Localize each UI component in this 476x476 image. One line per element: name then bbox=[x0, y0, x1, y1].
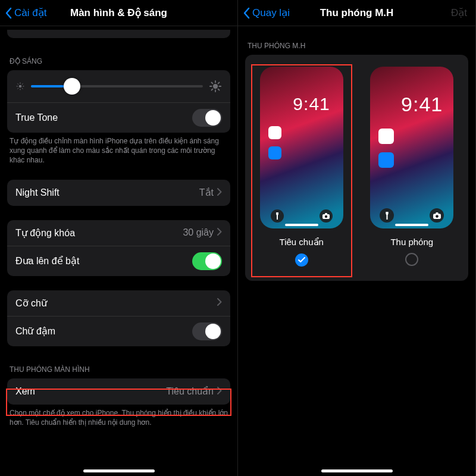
svg-point-0 bbox=[19, 85, 22, 88]
svg-line-5 bbox=[18, 84, 18, 84]
camera-icon bbox=[320, 209, 333, 223]
previous-group-peek bbox=[7, 30, 230, 38]
zoom-option-zoomed[interactable]: 9:41 bbox=[361, 67, 464, 267]
preview-dock bbox=[380, 208, 444, 223]
truetone-toggle[interactable] bbox=[192, 109, 222, 127]
chevron-right-icon bbox=[217, 386, 222, 397]
screen-display-brightness: Cài đặt Màn hình & Độ sáng ĐỘ SÁNG bbox=[0, 0, 238, 476]
nav-title: Thu phóng M.H bbox=[320, 7, 394, 19]
truetone-footer: Tự động điều chỉnh màn hình iPhone dựa t… bbox=[0, 133, 237, 165]
autolock-row[interactable]: Tự động khóa 30 giây bbox=[7, 220, 230, 246]
nightshift-label: Night Shift bbox=[15, 187, 60, 198]
text-size-label: Cỡ chữ bbox=[15, 298, 47, 309]
group-header: THU PHÓNG M.H bbox=[238, 37, 475, 55]
truetone-label: True Tone bbox=[15, 112, 58, 123]
autolock-label: Tự động khóa bbox=[15, 227, 75, 239]
option-label: Tiêu chuẩn bbox=[280, 237, 324, 248]
text-size-row[interactable]: Cỡ chữ bbox=[7, 290, 230, 317]
group-header-zoom: THU PHÓNG MÀN HÌNH bbox=[0, 361, 237, 378]
nav-bar: Cài đặt Màn hình & Độ sáng bbox=[0, 0, 237, 26]
brightness-slider-row bbox=[7, 70, 230, 103]
svg-line-8 bbox=[22, 84, 23, 84]
truetone-row: True Tone bbox=[7, 103, 230, 133]
preview-standard: 9:41 bbox=[260, 67, 343, 228]
widget-icon bbox=[378, 129, 394, 144]
raise-label: Đưa lên để bật bbox=[15, 255, 79, 267]
preview-home-indicator bbox=[395, 224, 428, 226]
svg-line-16 bbox=[211, 89, 212, 90]
group-autolock-raise: Tự động khóa 30 giây Đưa lên để bật bbox=[0, 220, 237, 276]
group-display-zoom: THU PHÓNG MÀN HÌNH Xem Tiêu chuẩn Chọn m… bbox=[0, 361, 237, 427]
settings-content: ĐỘ SÁNG True Tone bbox=[0, 26, 237, 476]
svg-line-17 bbox=[218, 82, 220, 83]
radio-unselected[interactable] bbox=[405, 253, 418, 266]
zoom-option-standard[interactable]: 9:41 bbox=[250, 67, 353, 267]
preview-time: 9:41 bbox=[293, 94, 330, 114]
camera-icon bbox=[430, 208, 444, 223]
back-label: Cài đặt bbox=[14, 7, 46, 19]
raise-to-wake-row: Đưa lên để bật bbox=[7, 246, 230, 276]
group-text: Cỡ chữ Chữ đậm bbox=[0, 290, 237, 346]
chevron-right-icon bbox=[217, 227, 222, 238]
brightness-cells: True Tone bbox=[7, 70, 230, 133]
svg-line-6 bbox=[22, 88, 23, 89]
back-button[interactable]: Cài đặt bbox=[5, 7, 46, 19]
sun-max-icon bbox=[209, 80, 222, 93]
preview-zoomed: 9:41 bbox=[370, 67, 453, 228]
svg-line-15 bbox=[218, 89, 220, 90]
view-label: Xem bbox=[15, 386, 35, 397]
brightness-slider[interactable] bbox=[31, 85, 203, 87]
view-row[interactable]: Xem Tiêu chuẩn bbox=[7, 378, 230, 405]
checkmark-icon bbox=[298, 256, 305, 265]
option-label: Thu phóng bbox=[390, 237, 433, 247]
bold-label: Chữ đậm bbox=[15, 325, 55, 337]
bold-toggle[interactable] bbox=[192, 322, 222, 340]
group-zoom-options: THU PHÓNG M.H 9:41 bbox=[238, 37, 475, 281]
svg-rect-22 bbox=[436, 212, 438, 214]
group-brightness: ĐỘ SÁNG True Tone bbox=[0, 52, 237, 165]
widget-icon bbox=[378, 152, 394, 168]
svg-rect-19 bbox=[325, 213, 327, 215]
nightshift-row[interactable]: Night Shift Tắt bbox=[7, 180, 230, 206]
done-button[interactable]: Đặt bbox=[451, 7, 467, 19]
home-indicator bbox=[83, 469, 155, 472]
nav-bar: Quay lại Thu phóng M.H Đặt bbox=[238, 0, 475, 26]
zoom-options-card: 9:41 bbox=[245, 55, 468, 281]
group-header-brightness: ĐỘ SÁNG bbox=[0, 52, 237, 70]
bold-text-row: Chữ đậm bbox=[7, 317, 230, 346]
zoom-footer: Chọn một chế độ xem cho iPhone. Thu phón… bbox=[0, 405, 237, 427]
zoom-content: THU PHÓNG M.H 9:41 bbox=[238, 26, 475, 476]
svg-point-9 bbox=[213, 84, 218, 89]
preview-widgets bbox=[378, 129, 394, 168]
preview-home-indicator bbox=[285, 224, 318, 226]
preview-time: 9:41 bbox=[401, 93, 443, 116]
autolock-value: 30 giây bbox=[183, 227, 214, 238]
flashlight-icon bbox=[271, 209, 284, 223]
group-nightshift: Night Shift Tắt bbox=[0, 180, 237, 206]
svg-line-14 bbox=[211, 82, 212, 83]
view-value: Tiêu chuẩn bbox=[166, 386, 214, 397]
preview-dock bbox=[271, 209, 333, 223]
chevron-right-icon bbox=[217, 298, 222, 308]
svg-point-23 bbox=[436, 215, 439, 218]
widget-icon bbox=[268, 126, 281, 139]
screen-display-zoom: Quay lại Thu phóng M.H Đặt THU PHÓNG M.H… bbox=[238, 0, 476, 476]
home-indicator bbox=[321, 469, 393, 472]
chevron-left-icon bbox=[243, 7, 250, 19]
chevron-right-icon bbox=[217, 187, 222, 198]
svg-line-7 bbox=[18, 88, 18, 89]
sun-min-icon bbox=[15, 82, 25, 91]
back-label: Quay lại bbox=[252, 7, 290, 19]
raise-toggle[interactable] bbox=[192, 252, 222, 270]
svg-point-20 bbox=[325, 215, 327, 218]
chevron-left-icon bbox=[5, 7, 12, 19]
back-button[interactable]: Quay lại bbox=[243, 7, 290, 19]
nav-title: Màn hình & Độ sáng bbox=[70, 7, 167, 19]
radio-selected[interactable] bbox=[295, 253, 308, 267]
preview-widgets bbox=[268, 126, 281, 159]
flashlight-icon bbox=[380, 208, 394, 223]
widget-icon bbox=[268, 146, 281, 159]
nightshift-value: Tắt bbox=[199, 187, 214, 198]
